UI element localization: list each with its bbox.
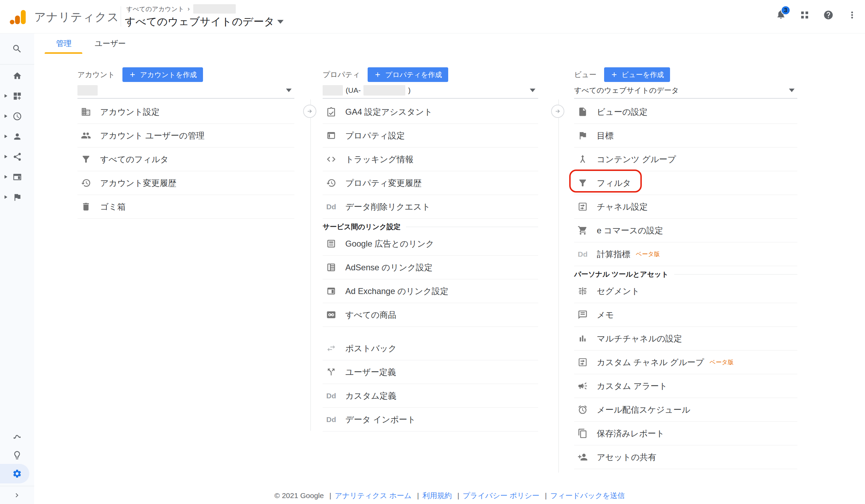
plus-icon xyxy=(374,71,382,78)
link-icon xyxy=(326,310,336,320)
history-icon xyxy=(326,178,336,188)
list-item-google-ads-linking[interactable]: Google 広告とのリンク xyxy=(323,232,538,256)
column-divider xyxy=(558,99,559,473)
list-gap xyxy=(323,327,538,337)
person-icon xyxy=(13,132,22,141)
branch-arrow-icon xyxy=(578,154,588,164)
list-item-custom-channel-grouping[interactable]: カスタム チャネル グループ ベータ版 xyxy=(574,351,797,374)
plus-icon xyxy=(129,71,136,78)
view-title: すべてのウェブサイトのデータ xyxy=(125,15,274,29)
sidebar-item-discover[interactable] xyxy=(0,445,34,465)
clock-icon xyxy=(13,112,22,121)
tab-users[interactable]: ユーザー xyxy=(90,33,130,54)
sidebar-item-acquisition[interactable] xyxy=(0,146,34,167)
list-item-filters[interactable]: フィルタ xyxy=(574,171,797,195)
notifications-button[interactable]: 3 xyxy=(776,9,786,21)
list-item-content-grouping[interactable]: コンテンツ グループ xyxy=(574,148,797,171)
create-view-button[interactable]: ビューを作成 xyxy=(604,67,670,82)
list-item-saved-reports[interactable]: 保存済みレポート xyxy=(574,422,797,445)
top-app-bar: アナリティクス すべてのアカウント › すべてのウェブサイトのデータ 3 xyxy=(0,0,865,33)
list-item-calculated-metrics[interactable]: Dd 計算指標 ベータ版 xyxy=(574,242,797,266)
customization-icon xyxy=(13,91,22,101)
create-property-button[interactable]: プロパティを作成 xyxy=(368,67,448,82)
flag-icon xyxy=(13,193,22,202)
transfer-arrow-icon xyxy=(303,105,316,118)
property-column: プロパティ プロパティを作成 (UA- ) GA4 設定アシスタント プロパティ… xyxy=(323,67,538,431)
footer-link-analytics-home[interactable]: アナリティクス ホーム xyxy=(335,491,412,499)
view-column: ビュー ビューを作成 すべてのウェブサイトのデータ ビューの設定 目標 コンテン… xyxy=(574,67,797,469)
sidebar-item-behavior[interactable] xyxy=(0,167,34,187)
sidebar-item-customization[interactable] xyxy=(0,86,34,106)
list-item-segments[interactable]: セグメント xyxy=(574,279,797,303)
dd-icon: Dd xyxy=(326,391,336,401)
expand-arrow-icon xyxy=(5,114,7,118)
expand-arrow-icon xyxy=(5,94,7,98)
list-item-trash-can[interactable]: ゴミ箱 xyxy=(77,195,294,219)
speech-bubble-icon xyxy=(578,310,588,320)
nav-search[interactable] xyxy=(0,33,34,65)
channel-arrows-icon xyxy=(578,357,588,367)
list-item-all-products[interactable]: すべての商品 xyxy=(323,303,538,327)
property-selector[interactable]: (UA- ) xyxy=(323,83,538,99)
google-analytics-logo-icon xyxy=(9,8,28,27)
list-item-postbacks[interactable]: ポストバック xyxy=(323,337,538,360)
tab-admin[interactable]: 管理 xyxy=(48,33,80,54)
footer-link-terms[interactable]: 利用規約 xyxy=(422,491,452,499)
apps-grid-icon[interactable] xyxy=(799,10,810,20)
account-selector[interactable] xyxy=(77,83,294,99)
sidebar-item-audience[interactable] xyxy=(0,126,34,146)
property-id-prefix: (UA- xyxy=(346,86,361,95)
list-item-scheduled-emails[interactable]: メール配信スケジュール xyxy=(574,398,797,422)
sidebar-item-realtime-reports[interactable] xyxy=(0,106,34,126)
create-account-button[interactable]: アカウントを作成 xyxy=(122,67,203,82)
list-item-account-user-management[interactable]: アカウント ユーザーの管理 xyxy=(77,124,294,148)
filter-funnel-icon xyxy=(578,178,588,188)
list-item-ecommerce-settings[interactable]: e コマースの設定 xyxy=(574,219,797,242)
beta-badge: ベータ版 xyxy=(636,250,660,258)
attribution-icon xyxy=(12,431,22,441)
list-item-multichannel-settings[interactable]: マルチチャネルの設定 xyxy=(574,327,797,351)
list-item-tracking-info[interactable]: トラッキング情報 xyxy=(323,148,538,171)
sidebar-item-conversions[interactable] xyxy=(0,187,34,207)
section-personal-tools: パーソナル ツールとアセット xyxy=(574,269,797,279)
list-item-ad-exchange-linking[interactable]: Ad Exchange のリンク設定 xyxy=(323,279,538,303)
list-item-annotations[interactable]: メモ xyxy=(574,303,797,327)
list-item-user-definitions[interactable]: ユーザー定義 xyxy=(323,360,538,384)
list-item-custom-alerts[interactable]: カスタム アラート xyxy=(574,374,797,398)
layout-panel-icon xyxy=(326,130,336,141)
clipboard-check-icon xyxy=(326,107,336,117)
property-id-suffix: ) xyxy=(408,86,411,95)
dropdown-caret-icon xyxy=(286,89,292,92)
list-item-adsense-linking[interactable]: AdSense のリンク設定 xyxy=(323,256,538,279)
breadcrumb[interactable]: すべてのアカウント › xyxy=(126,4,236,14)
list-item-account-change-history[interactable]: アカウント変更履歴 xyxy=(77,171,294,195)
redacted-property-id xyxy=(363,85,405,96)
list-item-data-deletion-requests[interactable]: Dd データ削除リクエスト xyxy=(323,195,538,219)
list-item-account-settings[interactable]: アカウント設定 xyxy=(77,100,294,124)
list-item-goals[interactable]: 目標 xyxy=(574,124,797,148)
list-item-custom-definitions[interactable]: Dd カスタム定義 xyxy=(323,384,538,408)
list-item-ga4-setup-assistant[interactable]: GA4 設定アシスタント xyxy=(323,100,538,124)
footer-link-privacy[interactable]: プライバシー ポリシー xyxy=(463,491,540,499)
list-item-property-settings[interactable]: プロパティ設定 xyxy=(323,124,538,148)
chevron-right-icon xyxy=(13,491,21,499)
collapse-nav-button[interactable] xyxy=(0,488,34,503)
list-item-channel-settings[interactable]: チャネル設定 xyxy=(574,195,797,219)
sidebar-item-home[interactable] xyxy=(0,66,34,86)
footer-link-feedback[interactable]: フィードバックを送信 xyxy=(550,491,625,499)
list-item-share-assets[interactable]: アセットの共有 xyxy=(574,445,797,469)
layout-panel-right-icon xyxy=(326,286,336,296)
list-item-view-settings[interactable]: ビューの設定 xyxy=(574,100,797,124)
sidebar-item-admin[interactable] xyxy=(0,464,34,483)
expand-arrow-icon xyxy=(5,155,7,158)
list-item-all-filters[interactable]: すべてのフィルタ xyxy=(77,148,294,171)
filter-funnel-icon xyxy=(81,154,91,164)
view-selector[interactable]: すべてのウェブサイトのデータ xyxy=(574,83,797,99)
list-item-data-import[interactable]: Dd データ インポート xyxy=(323,408,538,431)
more-vert-icon[interactable] xyxy=(847,10,857,20)
help-icon[interactable] xyxy=(823,10,834,20)
list-item-property-change-history[interactable]: プロパティ変更履歴 xyxy=(323,171,538,195)
view-switcher[interactable]: すべてのウェブサイトのデータ xyxy=(125,15,284,29)
sidebar-item-attribution[interactable] xyxy=(0,426,34,446)
expand-arrow-icon xyxy=(5,195,7,199)
